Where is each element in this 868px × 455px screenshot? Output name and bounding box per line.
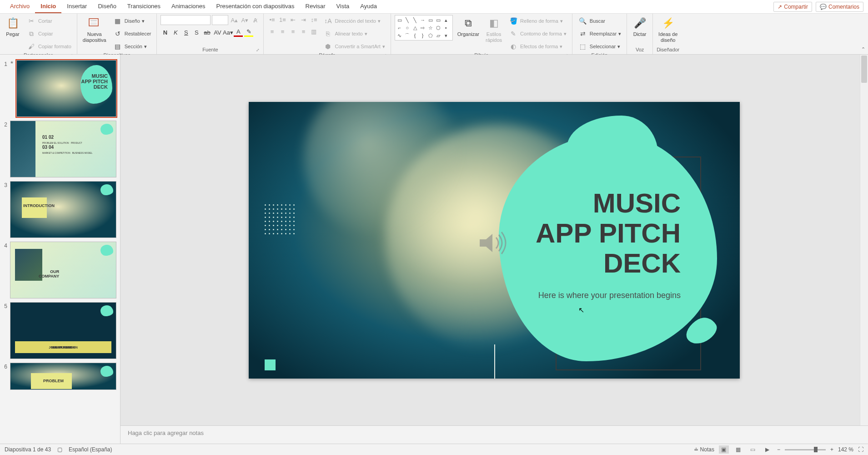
underline-button[interactable]: S <box>181 28 191 37</box>
menu-archivo[interactable]: Archivo <box>5 0 35 13</box>
shape-down-icon[interactable]: ▾ <box>443 32 449 39</box>
align-left-button[interactable]: ≡ <box>267 27 276 36</box>
share-button[interactable]: ↗Compartir <box>773 2 812 12</box>
indent-increase-button[interactable]: ⇥ <box>299 15 308 24</box>
smartart-button[interactable]: ⬢Convertir a SmartArt ▾ <box>321 40 386 52</box>
arrange-button[interactable]: ⧉ Organizar <box>456 15 481 38</box>
shape-rect-icon[interactable]: ▭ <box>427 17 434 23</box>
decrease-font-icon[interactable]: A▾ <box>240 15 249 25</box>
shadow-button[interactable]: S <box>192 28 201 37</box>
notes-toggle[interactable]: ≐ Notas <box>694 446 714 453</box>
shape-tri-icon[interactable]: △ <box>412 25 418 31</box>
align-right-button[interactable]: ≡ <box>288 27 297 36</box>
slide-thumb-3[interactable]: INTRODUCTION <box>10 181 116 238</box>
fit-window-button[interactable]: ⛶ <box>858 446 863 453</box>
format-painter-button[interactable]: 🖌Copiar formato <box>25 40 73 52</box>
justify-button[interactable]: ≡ <box>299 27 308 36</box>
collapse-ribbon-icon[interactable]: ⌃ <box>861 46 865 52</box>
increase-font-icon[interactable]: A▴ <box>230 15 239 25</box>
shape-line2-icon[interactable]: ╲ <box>412 17 418 23</box>
indent-decrease-button[interactable]: ⇤ <box>288 15 297 24</box>
section-button[interactable]: ▤Sección ▾ <box>111 40 153 52</box>
notes-area[interactable]: Haga clic para agregar notas <box>120 425 868 444</box>
bullets-button[interactable]: •≡ <box>267 15 276 24</box>
slide-canvas[interactable]: MUSIC APP PITCH DECK Here is where your … <box>249 102 740 379</box>
quick-styles-button[interactable]: ◧ Estilos rápidos <box>484 15 504 44</box>
audio-icon[interactable] <box>476 229 508 257</box>
zoom-slider-thumb[interactable] <box>814 447 818 452</box>
shape-rect2-icon[interactable]: ▭ <box>435 17 442 23</box>
layout-button[interactable]: ▦Diseño ▾ <box>111 15 153 27</box>
shape-connector-icon[interactable]: ⌐ <box>396 25 403 31</box>
italic-button[interactable]: K <box>171 28 180 37</box>
clear-format-icon[interactable]: A̷ <box>251 15 260 25</box>
slide-thumb-4[interactable]: OURCOMPANY <box>10 242 116 298</box>
shape-mid-icon[interactable]: • <box>443 25 449 31</box>
menu-insertar[interactable]: Insertar <box>61 0 92 13</box>
case-button[interactable]: Aa▾ <box>223 28 232 37</box>
shape-brace-icon[interactable]: { <box>412 32 418 39</box>
comments-button[interactable]: 💬Comentarios <box>816 2 863 12</box>
shape-brace2-icon[interactable]: } <box>420 32 426 39</box>
shape-fill-button[interactable]: 🪣Relleno de forma ▾ <box>507 15 568 27</box>
shape-line-icon[interactable]: ╲ <box>404 17 411 23</box>
slide-title[interactable]: MUSIC APP PITCH DECK <box>536 188 681 278</box>
shape-curve2-icon[interactable]: ⌒ <box>404 32 411 39</box>
menu-inicio[interactable]: Inicio <box>35 0 61 13</box>
slide-thumb-2[interactable]: 01 02PROBLEM EL SOLUTION PRODUCT03 04MAR… <box>10 121 116 177</box>
reading-view-button[interactable]: ▭ <box>748 445 758 454</box>
zoom-slider[interactable] <box>785 449 826 450</box>
dictate-button[interactable]: 🎤 Dictar <box>631 15 649 38</box>
shape-poly-icon[interactable]: ⬠ <box>427 32 434 39</box>
find-button[interactable]: 🔍Buscar <box>576 15 623 27</box>
bold-button[interactable]: N <box>161 28 170 37</box>
line-spacing-button[interactable]: ↕≡ <box>309 15 318 24</box>
shapes-gallery[interactable]: ▭╲╲→▭▭▴ ⌐○△⇨☆⬡• ∿⌒{}⬠▱▾ <box>395 15 453 40</box>
copy-button[interactable]: ⧉Copiar <box>25 28 73 40</box>
slide-thumb-1[interactable]: MUSICAPP PITCHDECK <box>16 60 116 117</box>
columns-button[interactable]: ▥ <box>309 27 318 36</box>
menu-animaciones[interactable]: Animaciones <box>166 0 211 13</box>
font-launcher-icon[interactable]: ⤢ <box>256 48 260 52</box>
strike-button[interactable]: ab <box>202 28 211 37</box>
menu-vista[interactable]: Vista <box>331 0 355 13</box>
design-ideas-button[interactable]: ⚡ Ideas de diseño <box>657 15 679 44</box>
reset-button[interactable]: ↺Restablecer <box>111 28 153 40</box>
shape-arrow-icon[interactable]: → <box>420 17 426 23</box>
menu-diseno[interactable]: Diseño <box>92 0 121 13</box>
vertical-scrollbar[interactable] <box>860 55 868 425</box>
shape-hex-icon[interactable]: ⬡ <box>435 25 442 31</box>
shape-star-icon[interactable]: ☆ <box>427 25 434 31</box>
menu-revisar[interactable]: Revisar <box>300 0 331 13</box>
align-center-button[interactable]: ≡ <box>278 27 287 36</box>
shape-oval-icon[interactable]: ○ <box>404 25 411 31</box>
slide-thumb-5[interactable]: JENNA DOEJOHN PATTERSONNEGRA AAN DE <box>10 302 116 359</box>
slide-thumbnails-panel[interactable]: 1 ★ MUSICAPP PITCHDECK 2 01 02PROBLEM EL… <box>0 55 120 444</box>
zoom-out-button[interactable]: − <box>777 446 780 453</box>
shape-arrow2-icon[interactable]: ⇨ <box>420 25 426 31</box>
font-size-combo[interactable] <box>212 15 228 25</box>
numbering-button[interactable]: 1≡ <box>278 15 287 24</box>
text-direction-button[interactable]: ↕ADirección del texto ▾ <box>321 15 386 27</box>
slideshow-view-button[interactable]: ▶ <box>763 445 773 454</box>
font-color-button[interactable]: A <box>234 28 243 37</box>
replace-button[interactable]: ⇄Reemplazar ▾ <box>576 28 623 40</box>
slide-subtitle[interactable]: Here is where your presentation begins <box>538 291 681 300</box>
cut-button[interactable]: ✂Cortar <box>25 15 73 27</box>
highlight-button[interactable]: ✎ <box>244 28 253 37</box>
shape-curve-icon[interactable]: ∿ <box>396 32 403 39</box>
select-button[interactable]: ⬚Seleccionar ▾ <box>576 40 623 52</box>
paste-button[interactable]: 📋 Pegar <box>4 15 22 38</box>
shape-callout-icon[interactable]: ▱ <box>435 32 442 39</box>
spacing-button[interactable]: AV <box>213 28 222 37</box>
menu-ayuda[interactable]: Ayuda <box>355 0 382 13</box>
shape-up-icon[interactable]: ▴ <box>443 17 449 23</box>
shape-outline-button[interactable]: ✎Contorno de forma ▾ <box>507 28 568 40</box>
zoom-in-button[interactable]: + <box>830 446 833 453</box>
slide-thumb-6[interactable]: PROBLEM <box>10 363 116 390</box>
language-status[interactable]: Español (España) <box>69 446 112 453</box>
accessibility-icon[interactable]: ▢ <box>57 446 62 453</box>
menu-transiciones[interactable]: Transiciones <box>122 0 166 13</box>
align-text-button[interactable]: ⎘Alinear texto ▾ <box>321 28 386 40</box>
scrollbar-thumb[interactable] <box>861 56 867 83</box>
